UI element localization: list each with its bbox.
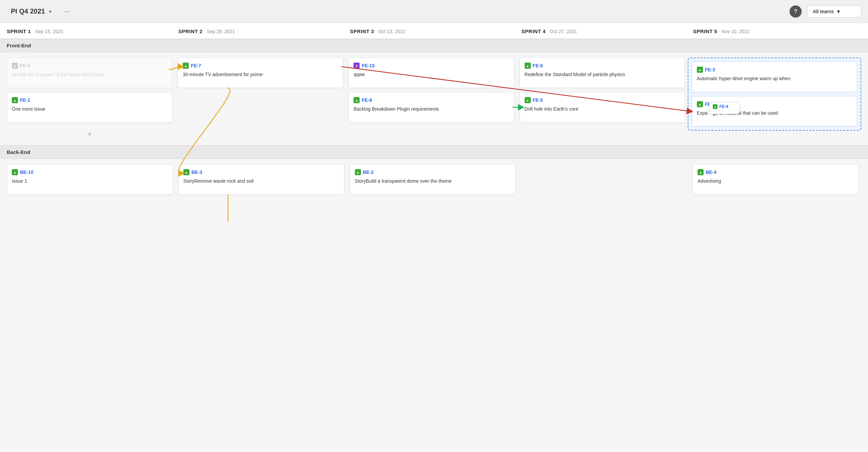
card-be2-id-row: ▲ BE-2 (355, 169, 511, 175)
fe6-id: FE-6 (533, 63, 543, 68)
add-card-button-s1[interactable]: + (7, 128, 172, 140)
be-s2-cell: ▲ BE-3 StoryRemove waste rock and soil (176, 164, 347, 195)
fe-s4-cell: ▲ FE-6 Redefine the Standard Model of pa… (517, 58, 688, 122)
card-fe2[interactable]: ▲ FE-2 Expa ge of material that can be u… (692, 96, 857, 127)
be3-type-icon: ▲ (183, 169, 189, 175)
sprint1-label: SPRINT 1 (7, 28, 31, 34)
sprint5-date: Nov 10, 2021 (722, 29, 750, 34)
fe6-text: Redefine the Standard Model of particle … (525, 71, 680, 78)
sprint2-label: SPRINT 2 (178, 28, 203, 34)
be4-id: BE-4 (706, 170, 716, 175)
pi-title-button[interactable]: PI Q4 2021 ▾ (7, 5, 55, 18)
tooltip-id: FE-4 (719, 104, 728, 109)
fe1-id: FE-1 (20, 97, 30, 103)
teams-dropdown[interactable]: All teams ▾ (807, 5, 861, 18)
tooltip-card-fe4: ▲ FE-4 (709, 102, 739, 114)
tooltip-icon: ▲ (713, 104, 717, 109)
fe7-type-icon: ▲ (183, 63, 189, 69)
app-header: PI Q4 2021 ▾ ··· ? All teams ▾ (0, 0, 868, 23)
sprint-header-4: SPRINT 4 Oct 27, 2021 (518, 28, 690, 35)
sprint-header-3: SPRINT 3 Oct 13, 2021 (346, 28, 518, 35)
card-be4[interactable]: ▲ BE-4 Advertising (692, 164, 859, 195)
card-be3[interactable]: ▲ BE-3 StoryRemove waste rock and soil (178, 164, 344, 195)
be10-type-icon: ▲ (12, 169, 18, 175)
sprint-header-1: SPRINT 1 Sep 15, 2021 (7, 28, 175, 35)
card-be2[interactable]: ▲ BE-2 StoryBuild a transparent dome ove… (350, 164, 516, 195)
fe7-id: FE-7 (191, 63, 201, 68)
help-button[interactable]: ? (790, 5, 802, 18)
fe2-type-icon: ▲ (697, 101, 703, 107)
group-header-frontend: Front-End (0, 39, 868, 52)
fe-s5-cell: ▲ FE-3 Automatic hyper-drive engine warm… (688, 58, 861, 131)
fe1-text: One more issue (12, 106, 167, 113)
fe3-type-icon: ▲ (697, 67, 703, 73)
be4-type-icon: ▲ (698, 169, 704, 175)
card-fe8-id-row: ▲ FE-8 (353, 97, 509, 103)
card-fe6-id-row: ▲ FE-6 (525, 63, 680, 69)
sprint-header-row: SPRINT 1 Sep 15, 2021 SPRINT 2 Sep 29, 2… (0, 23, 868, 39)
fe8-id: FE-8 (362, 97, 372, 103)
card-fe5[interactable]: ▲ FE-5 Drill hole into Earth's core (520, 92, 685, 122)
fe-s3-cell: ⚡ FE-15 qqwe ▲ FE-8 Backlog Breakdown Pl… (346, 58, 517, 122)
fe7-text: 30-minute TV advertisement for prime- (183, 71, 338, 78)
pi-chevron-icon: ▾ (49, 9, 51, 14)
group-header-backend: Back-End (0, 145, 868, 159)
fe3-text: Automatic hyper-drive engine warm up whe… (697, 75, 852, 82)
teams-label: All teams (813, 8, 834, 14)
fe-s1-cell: ▲ FE-4 Double the G power of the hyper-f… (7, 58, 175, 140)
board-inner: Front-End ▲ FE-4 Double the G power of t… (0, 39, 868, 200)
sprint4-label: SPRINT 4 (522, 28, 546, 34)
fe4-text: Double the G power of the hyper-field pu… (12, 71, 167, 78)
fe6-type-icon: ▲ (525, 63, 531, 69)
card-fe4[interactable]: ▲ FE-4 Double the G power of the hyper-f… (7, 58, 172, 88)
sprint4-date: Oct 27, 2021 (550, 29, 577, 34)
sprint3-label: SPRINT 3 (350, 28, 374, 34)
pi-title: PI Q4 2021 (11, 7, 45, 15)
frontend-row1: ▲ FE-4 Double the G power of the hyper-f… (0, 52, 868, 145)
card-fe3[interactable]: ▲ FE-3 Automatic hyper-drive engine warm… (692, 62, 857, 92)
fe15-type-icon: ⚡ (353, 63, 360, 69)
card-fe6[interactable]: ▲ FE-6 Redefine the Standard Model of pa… (520, 58, 685, 88)
fe3-id: FE-3 (705, 67, 715, 72)
card-fe7-id-row: ▲ FE-7 (183, 63, 338, 69)
be2-text: StoryBuild a transparent dome over the t… (355, 178, 511, 185)
fe8-text: Backlog Breakdown Plugin requirements (353, 106, 509, 113)
teams-chevron-icon: ▾ (837, 8, 840, 15)
board: Front-End ▲ FE-4 Double the G power of t… (0, 39, 868, 449)
fe4-id: FE-4 (20, 63, 30, 68)
card-be4-id-row: ▲ BE-4 (698, 169, 853, 175)
more-options-button[interactable]: ··· (61, 5, 73, 17)
fe5-id: FE-5 (533, 97, 543, 103)
be3-text: StoryRemove waste rock and soil (183, 178, 339, 185)
fe-s2-cell: ▲ FE-7 30-minute TV advertisement for pr… (175, 58, 346, 88)
be10-id: BE-10 (20, 170, 33, 175)
fe5-text: Drill hole into Earth's core (525, 106, 680, 113)
fe8-type-icon: ▲ (353, 97, 360, 103)
card-be10-id-row: ▲ BE-10 (12, 169, 168, 175)
sprint3-date: Oct 13, 2021 (378, 29, 405, 34)
be3-id: BE-3 (191, 170, 202, 175)
fe15-text: qqwe (353, 71, 509, 78)
sprint-header-2: SPRINT 2 Sep 29, 2021 (175, 28, 346, 35)
card-fe7[interactable]: ▲ FE-7 30-minute TV advertisement for pr… (178, 58, 343, 88)
be2-id: BE-2 (363, 170, 374, 175)
be10-text: Issue 1 (12, 178, 168, 185)
card-fe5-id-row: ▲ FE-5 (525, 97, 680, 103)
card-fe4-id-row: ▲ FE-4 (12, 63, 167, 69)
card-fe1[interactable]: ▲ FE-1 One more issue (7, 92, 172, 122)
fe1-type-icon: ▲ (12, 97, 18, 103)
card-be3-id-row: ▲ BE-3 (183, 169, 339, 175)
sprint5-label: SPRINT 5 (693, 28, 717, 34)
be-s1-cell: ▲ BE-10 Issue 1 (7, 164, 176, 195)
fe15-id: FE-15 (362, 63, 374, 68)
card-fe8[interactable]: ▲ FE-8 Backlog Breakdown Plugin requirem… (348, 92, 514, 122)
sprint1-date: Sep 15, 2021 (35, 29, 63, 34)
card-be10[interactable]: ▲ BE-10 Issue 1 (7, 164, 173, 195)
card-fe15[interactable]: ⚡ FE-15 qqwe (348, 58, 514, 88)
fe5-type-icon: ▲ (525, 97, 531, 103)
sprint2-date: Sep 29, 2021 (207, 29, 235, 34)
be-s3-cell: ▲ BE-2 StoryBuild a transparent dome ove… (347, 164, 519, 195)
tooltip-id-row: ▲ FE-4 (713, 104, 736, 109)
card-fe15-id-row: ⚡ FE-15 (353, 63, 509, 69)
card-fe1-id-row: ▲ FE-1 (12, 97, 167, 103)
